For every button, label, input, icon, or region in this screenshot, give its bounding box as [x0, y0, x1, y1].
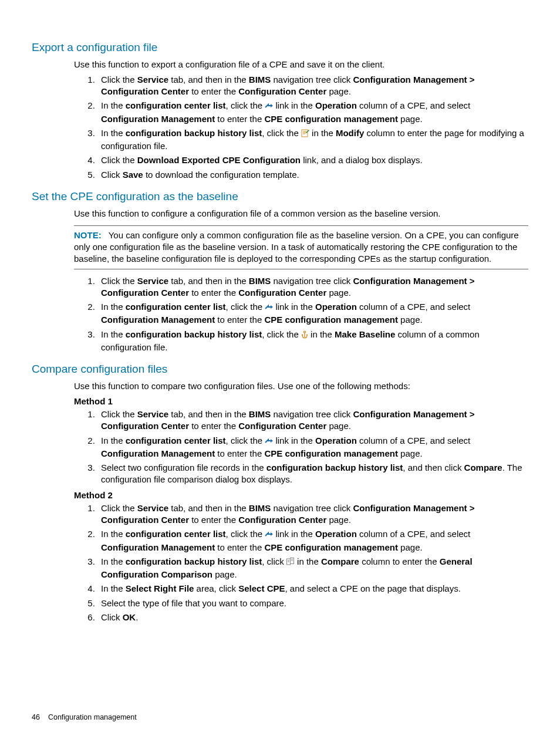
steps-method1: Click the Service tab, and then in the B…: [74, 409, 528, 486]
step-item: In the configuration backup history list…: [97, 556, 528, 581]
step-item: Click OK.: [97, 612, 528, 623]
steps-method2: Click the Service tab, and then in the B…: [74, 502, 528, 623]
arrow-icon: [265, 101, 273, 113]
arrow-icon: [265, 529, 273, 541]
method2-label: Method 2: [74, 490, 528, 501]
steps-baseline: Click the Service tab, and then in the B…: [74, 275, 528, 354]
svg-point-1: [303, 331, 305, 333]
step-item: In the configuration backup history list…: [97, 127, 528, 153]
intro-baseline: Use this function to configure a configu…: [74, 208, 528, 220]
step-item: Click Save to download the configuration…: [97, 169, 528, 181]
step-item: In the configuration center list, click …: [97, 528, 528, 553]
footer: 46Configuration management: [32, 713, 137, 720]
intro-export: Use this function to export a configurat…: [74, 59, 528, 70]
heading-export: Export a configuration file: [32, 40, 528, 55]
step-item: In the configuration center list, click …: [97, 435, 528, 460]
method1-label: Method 1: [74, 396, 528, 407]
svg-rect-0: [302, 130, 308, 137]
anchor-icon: [301, 330, 308, 342]
step-item: Click the Download Exported CPE Configur…: [97, 154, 528, 166]
step-item: Select the type of file that you want to…: [97, 598, 528, 609]
step-item: Click the Service tab, and then in the B…: [97, 74, 528, 98]
heading-compare: Compare configuration files: [32, 362, 528, 377]
note-label: NOTE:: [74, 230, 102, 240]
intro-compare: Use this function to compare two configu…: [74, 380, 528, 392]
arrow-icon: [265, 302, 273, 314]
step-item: Select two configuration file records in…: [97, 462, 528, 486]
arrow-icon: [265, 436, 273, 448]
compare-icon: [286, 557, 295, 569]
step-item: In the configuration center list, click …: [97, 301, 528, 326]
step-item: In the configuration backup history list…: [97, 329, 528, 354]
steps-export: Click the Service tab, and then in the B…: [74, 74, 528, 181]
step-item: Click the Service tab, and then in the B…: [97, 502, 528, 526]
step-item: In the configuration center list, click …: [97, 100, 528, 125]
edit-icon: [301, 129, 309, 140]
heading-baseline: Set the CPE configuration as the baselin…: [32, 189, 528, 204]
page-number: 46: [32, 713, 40, 720]
note-box: NOTE:You can configure only a common con…: [74, 225, 528, 269]
step-item: Click the Service tab, and then in the B…: [97, 275, 528, 299]
step-item: In the Select Right File area, click Sel…: [97, 583, 528, 595]
footer-chapter: Configuration management: [48, 713, 137, 720]
note-text: You can configure only a common configur…: [74, 230, 519, 264]
step-item: Click the Service tab, and then in the B…: [97, 409, 528, 433]
